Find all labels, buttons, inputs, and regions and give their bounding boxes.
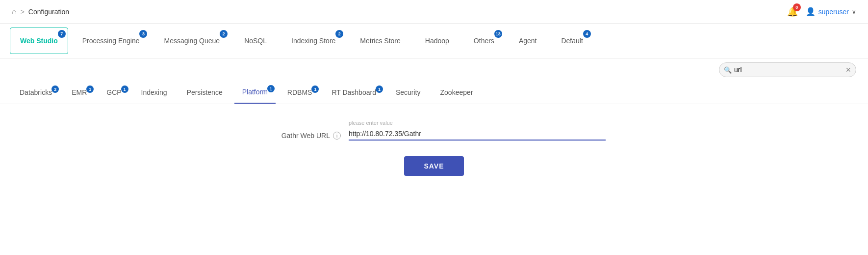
breadcrumb-separator: > xyxy=(21,8,25,16)
sub-tab-platform[interactable]: Platform1 xyxy=(234,81,276,104)
tab-indexing-store[interactable]: Indexing Store2 xyxy=(281,28,346,54)
tab-agent[interactable]: Agent xyxy=(509,28,547,54)
tab-nosql[interactable]: NoSQL xyxy=(234,28,277,54)
tab-badge-others: 13 xyxy=(494,30,502,38)
user-menu[interactable]: 👤 superuser ∨ xyxy=(806,7,856,16)
sub-tab-badge-gcp: 1 xyxy=(121,85,128,93)
save-button[interactable]: SAVE xyxy=(404,156,463,176)
sub-tab-databricks[interactable]: Databricks2 xyxy=(12,82,60,103)
sub-tab-gcp[interactable]: GCP1 xyxy=(99,82,129,103)
tab-others[interactable]: Others13 xyxy=(463,28,505,54)
breadcrumb: ⌂ > Configuration xyxy=(12,7,69,16)
field-label-wrap: Gathr Web URL i xyxy=(262,120,341,140)
notification-badge: 0 xyxy=(793,3,801,11)
tab-badge-messaging-queue: 2 xyxy=(220,30,228,38)
home-icon[interactable]: ⌂ xyxy=(12,7,17,16)
sub-tab-zookeeper[interactable]: Zookeeper xyxy=(433,82,481,103)
tab-badge-default: 4 xyxy=(583,30,591,38)
sub-tabs: Databricks2EMR1GCP1IndexingPersistencePl… xyxy=(0,81,868,104)
field-label: Gathr Web URL xyxy=(281,132,330,140)
user-label: superuser xyxy=(818,8,849,16)
chevron-down-icon: ∨ xyxy=(852,8,856,15)
clear-icon[interactable]: ✕ xyxy=(845,66,851,74)
form-row: Gathr Web URL i please enter value xyxy=(262,120,606,141)
search-bar-row: 🔍 ✕ xyxy=(0,58,868,81)
header-right: 🔔 0 👤 superuser ∨ xyxy=(787,6,856,17)
tab-badge-processing-engine: 3 xyxy=(139,30,147,38)
save-row: SAVE xyxy=(12,156,856,176)
main-tabs: Web Studio7Processing Engine3Messaging Q… xyxy=(0,24,868,58)
gathr-web-url-input[interactable] xyxy=(349,128,606,141)
tab-badge-indexing-store: 2 xyxy=(335,30,343,38)
sub-tab-indexing[interactable]: Indexing xyxy=(133,82,175,103)
breadcrumb-current: Configuration xyxy=(28,8,69,16)
sub-tab-badge-databricks: 2 xyxy=(51,85,59,93)
tab-badge-web-studio: 7 xyxy=(58,30,66,38)
tab-metrics-store[interactable]: Metrics Store xyxy=(350,28,410,54)
sub-tab-security[interactable]: Security xyxy=(388,82,429,103)
sub-tab-rt-dashboard[interactable]: RT Dashboard1 xyxy=(324,82,384,103)
tab-processing-engine[interactable]: Processing Engine3 xyxy=(72,28,150,54)
header: ⌂ > Configuration 🔔 0 👤 superuser ∨ xyxy=(0,0,868,24)
sub-tab-persistence[interactable]: Persistence xyxy=(179,82,230,103)
search-wrapper: 🔍 ✕ xyxy=(719,62,856,77)
sub-tab-badge-rdbms: 1 xyxy=(311,85,319,93)
content-area: Gathr Web URL i please enter value SAVE xyxy=(0,104,868,192)
sub-tab-emr[interactable]: EMR1 xyxy=(64,82,95,103)
sub-tab-rdbms[interactable]: RDBMS1 xyxy=(280,82,320,103)
tab-hadoop[interactable]: Hadoop xyxy=(415,28,460,54)
field-placeholder-label: please enter value xyxy=(349,120,606,126)
tab-default[interactable]: Default4 xyxy=(551,28,593,54)
info-icon[interactable]: i xyxy=(333,132,341,140)
field-wrap: please enter value xyxy=(349,120,606,141)
sub-tab-badge-rt-dashboard: 1 xyxy=(376,85,383,93)
search-input[interactable] xyxy=(719,62,856,77)
tab-web-studio[interactable]: Web Studio7 xyxy=(10,28,68,54)
tab-messaging-queue[interactable]: Messaging Queue2 xyxy=(153,28,230,54)
notification-bell[interactable]: 🔔 0 xyxy=(787,6,798,17)
sub-tab-badge-platform: 1 xyxy=(267,85,275,92)
sub-tab-badge-emr: 1 xyxy=(86,85,94,93)
search-icon: 🔍 xyxy=(724,66,732,74)
user-icon: 👤 xyxy=(806,7,816,16)
